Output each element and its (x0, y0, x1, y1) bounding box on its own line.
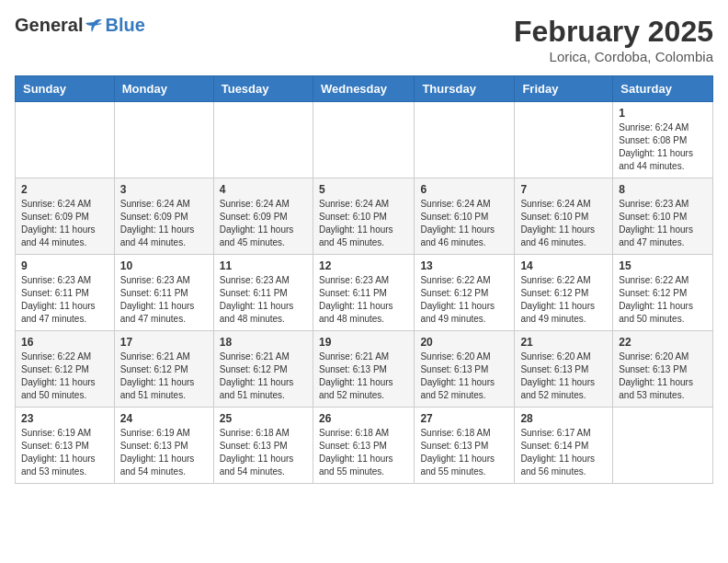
weekday-header-saturday: Saturday (613, 76, 713, 102)
day-number: 28 (520, 412, 607, 425)
day-number: 24 (120, 412, 208, 425)
day-cell: 25Sunrise: 6:18 AM Sunset: 6:13 PM Dayli… (213, 408, 313, 484)
day-info: Sunrise: 6:21 AM Sunset: 6:13 PM Dayligh… (319, 350, 408, 402)
day-info: Sunrise: 6:18 AM Sunset: 6:13 PM Dayligh… (319, 427, 408, 478)
day-info: Sunrise: 6:19 AM Sunset: 6:13 PM Dayligh… (120, 427, 208, 478)
day-cell (213, 102, 313, 178)
day-cell: 22Sunrise: 6:20 AM Sunset: 6:13 PM Dayli… (613, 331, 713, 408)
week-row-2: 2Sunrise: 6:24 AM Sunset: 6:09 PM Daylig… (16, 178, 713, 255)
calendar-table: SundayMondayTuesdayWednesdayThursdayFrid… (15, 75, 713, 484)
day-cell (313, 102, 414, 178)
bird-icon (85, 18, 103, 33)
day-info: Sunrise: 6:18 AM Sunset: 6:13 PM Dayligh… (220, 427, 307, 478)
day-number: 7 (520, 183, 607, 196)
weekday-header-wednesday: Wednesday (313, 76, 414, 102)
day-cell: 9Sunrise: 6:23 AM Sunset: 6:11 PM Daylig… (16, 255, 115, 331)
day-cell: 14Sunrise: 6:22 AM Sunset: 6:12 PM Dayli… (515, 255, 613, 331)
day-cell: 15Sunrise: 6:22 AM Sunset: 6:12 PM Dayli… (613, 255, 713, 331)
day-number: 26 (319, 412, 408, 425)
day-info: Sunrise: 6:24 AM Sunset: 6:10 PM Dayligh… (520, 198, 607, 249)
day-cell: 8Sunrise: 6:23 AM Sunset: 6:10 PM Daylig… (613, 178, 713, 255)
day-number: 12 (319, 259, 408, 272)
day-cell (613, 408, 713, 484)
day-cell: 23Sunrise: 6:19 AM Sunset: 6:13 PM Dayli… (16, 408, 115, 484)
day-info: Sunrise: 6:21 AM Sunset: 6:12 PM Dayligh… (120, 350, 208, 402)
week-row-5: 23Sunrise: 6:19 AM Sunset: 6:13 PM Dayli… (16, 408, 713, 484)
day-number: 13 (420, 259, 508, 272)
day-info: Sunrise: 6:24 AM Sunset: 6:10 PM Dayligh… (420, 198, 508, 249)
day-info: Sunrise: 6:22 AM Sunset: 6:12 PM Dayligh… (619, 274, 707, 326)
weekday-header-monday: Monday (114, 76, 213, 102)
day-number: 17 (120, 336, 208, 349)
day-cell (114, 102, 213, 178)
day-number: 2 (21, 183, 108, 196)
logo: General Blue (15, 15, 145, 36)
weekday-header-friday: Friday (515, 76, 613, 102)
day-info: Sunrise: 6:17 AM Sunset: 6:14 PM Dayligh… (520, 427, 607, 478)
week-row-1: 1Sunrise: 6:24 AM Sunset: 6:08 PM Daylig… (16, 102, 713, 178)
day-number: 16 (21, 336, 108, 349)
day-info: Sunrise: 6:23 AM Sunset: 6:10 PM Dayligh… (619, 198, 707, 249)
weekday-header-tuesday: Tuesday (213, 76, 313, 102)
day-number: 25 (220, 412, 307, 425)
logo-general: General (15, 15, 83, 36)
day-info: Sunrise: 6:22 AM Sunset: 6:12 PM Dayligh… (21, 350, 108, 402)
day-cell (16, 102, 115, 178)
day-cell: 26Sunrise: 6:18 AM Sunset: 6:13 PM Dayli… (313, 408, 414, 484)
day-number: 18 (220, 336, 307, 349)
location: Lorica, Cordoba, Colombia (514, 49, 713, 64)
weekday-header-row: SundayMondayTuesdayWednesdayThursdayFrid… (16, 76, 713, 102)
day-cell: 18Sunrise: 6:21 AM Sunset: 6:12 PM Dayli… (213, 331, 313, 408)
day-cell: 2Sunrise: 6:24 AM Sunset: 6:09 PM Daylig… (16, 178, 115, 255)
day-info: Sunrise: 6:23 AM Sunset: 6:11 PM Dayligh… (120, 274, 208, 326)
day-cell: 16Sunrise: 6:22 AM Sunset: 6:12 PM Dayli… (16, 331, 115, 408)
day-cell: 7Sunrise: 6:24 AM Sunset: 6:10 PM Daylig… (515, 178, 613, 255)
day-cell: 11Sunrise: 6:23 AM Sunset: 6:11 PM Dayli… (213, 255, 313, 331)
day-cell: 4Sunrise: 6:24 AM Sunset: 6:09 PM Daylig… (213, 178, 313, 255)
day-cell: 28Sunrise: 6:17 AM Sunset: 6:14 PM Dayli… (515, 408, 613, 484)
day-cell: 10Sunrise: 6:23 AM Sunset: 6:11 PM Dayli… (114, 255, 213, 331)
day-info: Sunrise: 6:20 AM Sunset: 6:13 PM Dayligh… (619, 350, 707, 402)
weekday-header-thursday: Thursday (415, 76, 515, 102)
day-cell (415, 102, 515, 178)
day-info: Sunrise: 6:22 AM Sunset: 6:12 PM Dayligh… (520, 274, 607, 326)
day-number: 22 (619, 336, 707, 349)
day-number: 14 (520, 259, 607, 272)
day-number: 9 (21, 259, 108, 272)
day-number: 10 (120, 259, 208, 272)
day-info: Sunrise: 6:24 AM Sunset: 6:10 PM Dayligh… (319, 198, 408, 249)
day-number: 1 (619, 107, 707, 120)
day-info: Sunrise: 6:22 AM Sunset: 6:12 PM Dayligh… (420, 274, 508, 326)
day-info: Sunrise: 6:19 AM Sunset: 6:13 PM Dayligh… (21, 427, 108, 478)
day-cell (515, 102, 613, 178)
day-cell: 24Sunrise: 6:19 AM Sunset: 6:13 PM Dayli… (114, 408, 213, 484)
day-info: Sunrise: 6:20 AM Sunset: 6:13 PM Dayligh… (520, 350, 607, 402)
day-info: Sunrise: 6:23 AM Sunset: 6:11 PM Dayligh… (220, 274, 307, 326)
month-title: February 2025 (514, 15, 713, 49)
day-info: Sunrise: 6:24 AM Sunset: 6:08 PM Dayligh… (619, 121, 707, 173)
day-cell: 19Sunrise: 6:21 AM Sunset: 6:13 PM Dayli… (313, 331, 414, 408)
day-info: Sunrise: 6:24 AM Sunset: 6:09 PM Dayligh… (220, 198, 307, 249)
day-number: 4 (220, 183, 307, 196)
day-number: 5 (319, 183, 408, 196)
day-number: 6 (420, 183, 508, 196)
day-number: 8 (619, 183, 707, 196)
day-number: 15 (619, 259, 707, 272)
day-number: 3 (120, 183, 208, 196)
week-row-3: 9Sunrise: 6:23 AM Sunset: 6:11 PM Daylig… (16, 255, 713, 331)
day-number: 23 (21, 412, 108, 425)
day-number: 11 (220, 259, 307, 272)
logo-blue: Blue (105, 15, 144, 36)
day-info: Sunrise: 6:21 AM Sunset: 6:12 PM Dayligh… (220, 350, 307, 402)
day-number: 27 (420, 412, 508, 425)
day-info: Sunrise: 6:24 AM Sunset: 6:09 PM Dayligh… (21, 198, 108, 249)
week-row-4: 16Sunrise: 6:22 AM Sunset: 6:12 PM Dayli… (16, 331, 713, 408)
day-cell: 21Sunrise: 6:20 AM Sunset: 6:13 PM Dayli… (515, 331, 613, 408)
day-cell: 1Sunrise: 6:24 AM Sunset: 6:08 PM Daylig… (613, 102, 713, 178)
day-info: Sunrise: 6:23 AM Sunset: 6:11 PM Dayligh… (21, 274, 108, 326)
page-header: General Blue February 2025 Lorica, Cordo… (15, 15, 713, 64)
weekday-header-sunday: Sunday (16, 76, 115, 102)
day-number: 21 (520, 336, 607, 349)
day-info: Sunrise: 6:20 AM Sunset: 6:13 PM Dayligh… (420, 350, 508, 402)
day-number: 19 (319, 336, 408, 349)
